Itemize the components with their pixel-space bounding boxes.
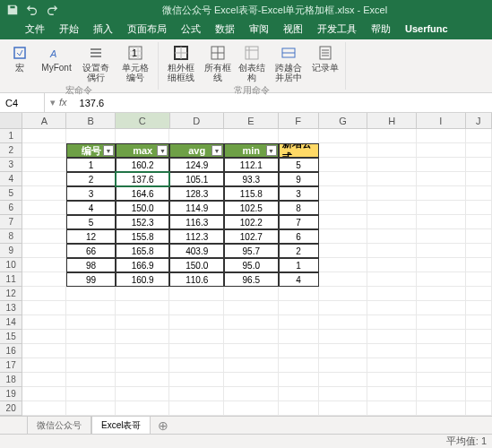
- cell[interactable]: [279, 129, 319, 143]
- cell[interactable]: [279, 344, 319, 358]
- cell[interactable]: min▼: [224, 143, 279, 158]
- row-header[interactable]: 10: [0, 258, 22, 272]
- cell[interactable]: [417, 301, 466, 315]
- cell[interactable]: [466, 215, 492, 229]
- cell[interactable]: [417, 315, 466, 330]
- cell[interactable]: 3: [279, 186, 319, 201]
- cell[interactable]: [224, 358, 279, 373]
- cell[interactable]: [466, 301, 492, 315]
- cell[interactable]: [116, 344, 170, 358]
- row-header[interactable]: 4: [0, 172, 22, 186]
- cell[interactable]: [367, 215, 417, 229]
- cell[interactable]: 新增公式: [279, 143, 319, 158]
- dropdown-icon[interactable]: ▾: [50, 97, 56, 108]
- cell[interactable]: [279, 358, 319, 373]
- cell[interactable]: 6: [279, 229, 319, 244]
- ribbon-btn[interactable]: 记录单: [309, 42, 341, 74]
- cell[interactable]: [466, 358, 492, 373]
- col-header[interactable]: J: [466, 113, 492, 128]
- cell[interactable]: [66, 358, 116, 373]
- cell[interactable]: [66, 373, 116, 387]
- row-header[interactable]: 3: [0, 158, 22, 172]
- redo-icon[interactable]: [43, 2, 61, 18]
- ribbon-btn[interactable]: 1单元格编号: [117, 42, 154, 84]
- cell[interactable]: [466, 387, 492, 401]
- cell[interactable]: [22, 215, 66, 229]
- row-header[interactable]: 14: [0, 315, 22, 330]
- cell[interactable]: [367, 244, 417, 258]
- cell[interactable]: [367, 315, 417, 330]
- add-sheet-button[interactable]: ⊕: [151, 418, 176, 433]
- cell[interactable]: 5: [279, 158, 319, 172]
- cell[interactable]: 150.0: [169, 258, 224, 272]
- cell[interactable]: 110.6: [169, 272, 224, 287]
- row-header[interactable]: 18: [0, 373, 22, 387]
- col-header[interactable]: A: [22, 113, 66, 128]
- cell[interactable]: 12: [66, 229, 116, 244]
- row-header[interactable]: 16: [0, 344, 22, 358]
- row-header[interactable]: 12: [0, 287, 22, 301]
- cell[interactable]: [279, 315, 319, 330]
- col-header[interactable]: I: [417, 113, 466, 128]
- filter-dropdown-icon[interactable]: ▼: [157, 145, 168, 156]
- cell[interactable]: [66, 330, 116, 344]
- cell[interactable]: [169, 387, 224, 401]
- cell[interactable]: [22, 186, 66, 201]
- cell[interactable]: [319, 244, 368, 258]
- cell[interactable]: [22, 143, 66, 158]
- cell[interactable]: [417, 143, 466, 158]
- cell[interactable]: [22, 172, 66, 186]
- cell[interactable]: [22, 258, 66, 272]
- tab-公式[interactable]: 公式: [174, 19, 208, 39]
- col-header[interactable]: H: [367, 113, 417, 128]
- cell[interactable]: [367, 158, 417, 172]
- cell[interactable]: [367, 186, 417, 201]
- cell[interactable]: 112.3: [169, 229, 224, 244]
- cell[interactable]: [319, 387, 368, 401]
- cell[interactable]: [417, 287, 466, 301]
- cell[interactable]: [367, 373, 417, 387]
- cell[interactable]: [279, 401, 319, 416]
- cell[interactable]: [224, 387, 279, 401]
- ribbon-btn[interactable]: 跨越合并居中: [270, 42, 307, 84]
- col-header[interactable]: E: [224, 113, 279, 128]
- cell[interactable]: 160.9: [116, 272, 170, 287]
- cell[interactable]: 115.8: [224, 186, 279, 201]
- ribbon-btn[interactable]: AMyFont: [38, 42, 75, 74]
- cell[interactable]: [66, 129, 116, 143]
- row-header[interactable]: 1: [0, 129, 22, 143]
- cell[interactable]: 3: [66, 186, 116, 201]
- cell[interactable]: 1: [66, 158, 116, 172]
- tab-插入[interactable]: 插入: [86, 19, 120, 39]
- cell[interactable]: [417, 401, 466, 416]
- cell[interactable]: [116, 301, 170, 315]
- cell[interactable]: [319, 358, 368, 373]
- cell[interactable]: max▼: [116, 143, 170, 158]
- cell[interactable]: [367, 172, 417, 186]
- cell[interactable]: [319, 272, 368, 287]
- col-header[interactable]: F: [279, 113, 319, 128]
- cell[interactable]: [279, 287, 319, 301]
- cell[interactable]: [367, 287, 417, 301]
- cell[interactable]: [22, 344, 66, 358]
- cell[interactable]: [224, 129, 279, 143]
- ribbon-btn[interactable]: 粗外框细框线: [162, 42, 200, 84]
- cell[interactable]: 150.0: [116, 201, 170, 215]
- cell[interactable]: [367, 258, 417, 272]
- cell[interactable]: [116, 315, 170, 330]
- cell[interactable]: 102.2: [224, 215, 279, 229]
- cell[interactable]: 155.8: [116, 229, 170, 244]
- row-header[interactable]: 20: [0, 401, 22, 416]
- cell[interactable]: [319, 344, 368, 358]
- select-all-corner[interactable]: [0, 113, 22, 128]
- cell[interactable]: [417, 172, 466, 186]
- cell[interactable]: 9: [279, 172, 319, 186]
- cell[interactable]: [169, 330, 224, 344]
- cell[interactable]: [367, 201, 417, 215]
- cell[interactable]: [319, 201, 368, 215]
- cell[interactable]: 98: [66, 258, 116, 272]
- cell[interactable]: 7: [279, 215, 319, 229]
- cell[interactable]: [417, 373, 466, 387]
- cell[interactable]: [116, 373, 170, 387]
- cell[interactable]: [417, 201, 466, 215]
